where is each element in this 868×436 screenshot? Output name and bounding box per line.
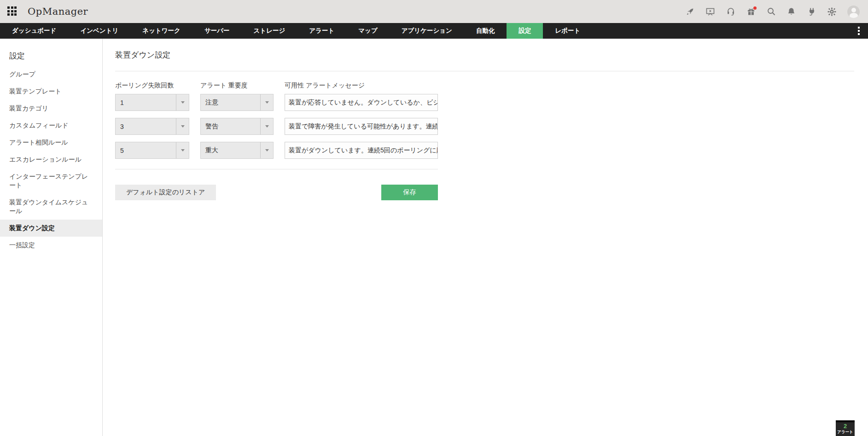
severity-value-3: 重大	[201, 146, 260, 155]
chevron-down-icon[interactable]	[260, 94, 273, 110]
tab-alerts[interactable]: アラート	[297, 23, 346, 39]
alert-message-input-2[interactable]: 装置で障害が発生している可能性があります。連続したポーリングに応答がありません	[285, 118, 438, 135]
form-divider	[115, 169, 438, 169]
settings-sidebar: 設定 グループ 装置テンプレート 装置カテゴリ カスタムフィールド アラート相関…	[0, 39, 103, 436]
alert-count: 2	[836, 423, 855, 430]
chevron-down-icon[interactable]	[260, 118, 273, 134]
alert-badge-label: アラート	[836, 430, 855, 435]
sidebar-item-escalation-rules[interactable]: エスカレーションルール	[0, 151, 102, 168]
severity-select-1[interactable]: 注意	[200, 94, 274, 111]
tab-automation[interactable]: 自動化	[464, 23, 507, 39]
severity-value-1: 注意	[201, 99, 260, 107]
sidebar-item-device-templates[interactable]: 装置テンプレート	[0, 83, 102, 100]
gift-icon[interactable]	[746, 7, 756, 17]
sidebar-item-device-categories[interactable]: 装置カテゴリ	[0, 100, 102, 117]
label-polling-failures: ポーリング失敗回数	[115, 81, 189, 90]
tab-network[interactable]: ネットワーク	[130, 23, 192, 39]
alert-badge[interactable]: 2 アラート	[836, 420, 855, 436]
alert-message-input-3[interactable]: 装置がダウンしています。連続5回のポーリングに応答がありません	[285, 142, 438, 159]
button-row: デフォルト設定のリストア 保存	[115, 185, 438, 200]
sidebar-item-interface-templates[interactable]: インターフェーステンプレート	[0, 168, 102, 194]
headset-icon[interactable]	[726, 7, 735, 17]
polling-failures-value-2: 3	[116, 123, 176, 130]
device-down-form: ポーリング失敗回数 アラート 重要度 可用性 アラートメッセージ 1 注意 装置…	[115, 81, 438, 200]
main-content: 装置ダウン設定 ポーリング失敗回数 アラート 重要度 可用性 アラートメッセージ…	[103, 39, 868, 436]
chevron-down-icon[interactable]	[176, 142, 189, 158]
title-divider	[115, 71, 854, 71]
alert-message-input-1[interactable]: 装置が応答していません。ダウンしているか、ビジー状態の可能性があります	[285, 94, 438, 111]
tab-dashboard[interactable]: ダッシュボード	[0, 23, 68, 39]
tab-server[interactable]: サーバー	[192, 23, 242, 39]
tab-settings[interactable]: 設定	[507, 23, 543, 39]
avatar-body	[850, 13, 858, 18]
sidebar-item-bulk-settings[interactable]: 一括設定	[0, 237, 102, 254]
severity-select-2[interactable]: 警告	[200, 118, 274, 135]
label-availability-message: 可用性 アラートメッセージ	[285, 81, 438, 90]
sidebar-item-downtime-scheduler[interactable]: 装置ダウンタイムスケジュール	[0, 194, 102, 220]
polling-failures-value-1: 1	[116, 99, 176, 106]
severity-value-2: 警告	[201, 122, 260, 131]
tab-applications[interactable]: アプリケーション	[390, 23, 464, 39]
gear-icon[interactable]	[827, 7, 837, 17]
chevron-down-icon[interactable]	[176, 118, 189, 134]
search-icon[interactable]	[766, 7, 776, 17]
tab-reports[interactable]: レポート	[543, 23, 592, 39]
header-icons	[685, 6, 860, 18]
tab-maps[interactable]: マップ	[346, 23, 389, 39]
form-row-2: 3 警告 装置で障害が発生している可能性があります。連続したポーリングに応答があ…	[115, 118, 438, 135]
user-avatar[interactable]	[847, 6, 860, 18]
polling-failures-select-3[interactable]: 5	[115, 142, 189, 159]
polling-failures-select-2[interactable]: 3	[115, 118, 189, 135]
sidebar-item-device-down-settings[interactable]: 装置ダウン設定	[0, 220, 102, 237]
form-column-headers: ポーリング失敗回数 アラート 重要度 可用性 アラートメッセージ	[115, 81, 438, 90]
severity-select-3[interactable]: 重大	[200, 142, 274, 159]
plug-icon[interactable]	[807, 7, 816, 17]
chevron-down-icon[interactable]	[176, 94, 189, 110]
sidebar-item-custom-fields[interactable]: カスタムフィールド	[0, 117, 102, 134]
restore-defaults-button[interactable]: デフォルト設定のリストア	[115, 185, 216, 200]
save-button[interactable]: 保存	[381, 185, 438, 200]
rocket-icon[interactable]	[685, 7, 695, 17]
apps-grid-icon[interactable]	[7, 6, 17, 17]
form-row-3: 5 重大 装置がダウンしています。連続5回のポーリングに応答がありません	[115, 142, 438, 159]
avatar-head	[851, 8, 856, 12]
chevron-down-icon[interactable]	[260, 142, 273, 158]
form-row-1: 1 注意 装置が応答していません。ダウンしているか、ビジー状態の可能性があります	[115, 94, 438, 111]
tab-inventory[interactable]: インベントリ	[68, 23, 130, 39]
app-title: OpManager	[28, 6, 88, 17]
sidebar-item-alert-correlation-rules[interactable]: アラート相関ルール	[0, 134, 102, 151]
presentation-play-icon[interactable]	[705, 7, 715, 17]
gift-notification-dot	[753, 6, 757, 10]
nav-overflow-menu-icon[interactable]	[854, 23, 863, 39]
polling-failures-select-1[interactable]: 1	[115, 94, 189, 111]
bell-icon[interactable]	[786, 7, 796, 17]
tab-storage[interactable]: ストレージ	[242, 23, 297, 39]
polling-failures-value-3: 5	[116, 147, 176, 154]
page-title: 装置ダウン設定	[115, 50, 854, 60]
app-header: OpManager	[0, 0, 868, 23]
label-alert-severity: アラート 重要度	[200, 81, 274, 90]
sidebar-heading: 設定	[0, 39, 102, 66]
sidebar-item-groups[interactable]: グループ	[0, 66, 102, 83]
main-nav: ダッシュボード インベントリ ネットワーク サーバー ストレージ アラート マッ…	[0, 23, 868, 39]
